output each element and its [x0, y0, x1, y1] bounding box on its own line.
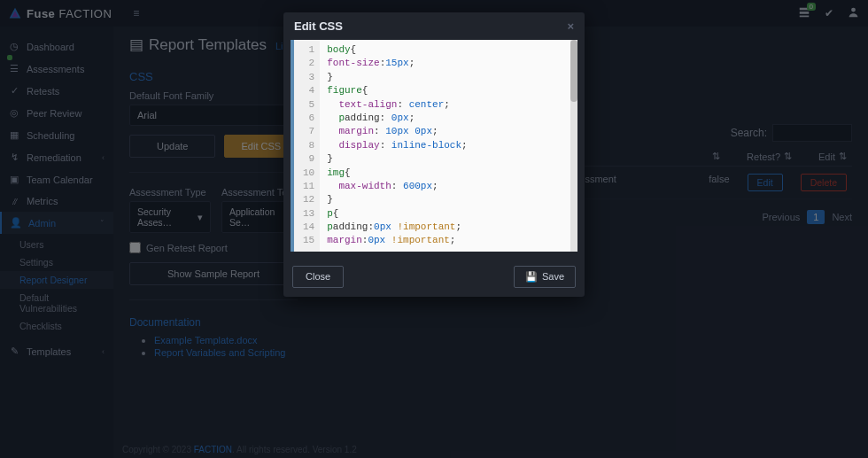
editor-gutter: 123456789101112131415 [291, 40, 320, 252]
editor-scrollbar[interactable] [570, 40, 577, 252]
modal-close-button[interactable]: Close [292, 266, 344, 288]
scrollbar-thumb[interactable] [570, 40, 577, 102]
editor-code[interactable]: body{font-size:15px;}figure{ text-align:… [320, 40, 577, 252]
modal-title: Edit CSS [294, 19, 343, 33]
edit-css-modal: Edit CSS × 123456789101112131415 body{fo… [283, 12, 585, 297]
modal-save-button[interactable]: 💾Save [514, 266, 576, 288]
save-icon: 💾 [525, 271, 538, 283]
css-editor[interactable]: 123456789101112131415 body{font-size:15p… [291, 40, 577, 252]
modal-close-x[interactable]: × [567, 19, 574, 33]
